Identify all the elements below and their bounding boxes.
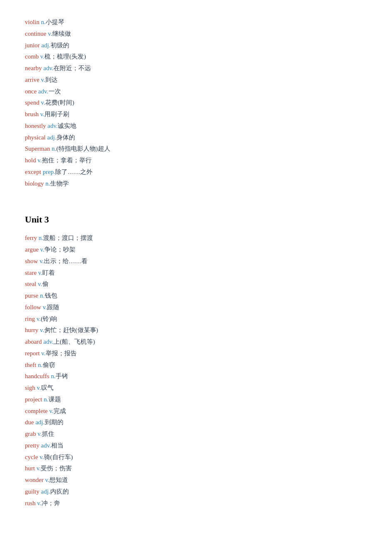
word: aboard <box>25 338 42 345</box>
unit3-heading: Unit 3 <box>25 214 367 225</box>
list-item: ferry n.渡船；渡口；摆渡 <box>25 232 367 244</box>
pos: v. <box>39 111 44 117</box>
definition: 课题 <box>49 396 61 403</box>
word: hurt <box>25 465 35 472</box>
word: except <box>25 169 41 175</box>
pos: n. <box>50 145 56 152</box>
word: arrive <box>25 76 39 83</box>
definition: 除了……之外 <box>55 169 93 175</box>
definition: 跟随 <box>47 304 59 311</box>
definition: 争论；吵架 <box>44 246 75 253</box>
definition: 抓住 <box>42 430 54 437</box>
definition: 偷窃 <box>43 362 55 368</box>
list-item: steal v.偷 <box>25 279 367 290</box>
word: stare <box>25 269 37 276</box>
list-item: junior adj.初级的 <box>25 40 367 51</box>
word: handcuffs <box>25 373 49 379</box>
pos: v. <box>39 99 45 106</box>
pos: v. <box>35 465 41 472</box>
list-item: argue v.争论；吵架 <box>25 244 367 256</box>
definition: 受伤；伤害 <box>41 465 72 472</box>
definition: 初级的 <box>51 42 69 49</box>
word: continue <box>25 30 46 37</box>
word: pretty <box>25 442 39 449</box>
pos: adv. <box>37 88 48 95</box>
definition: 骑(自行车) <box>44 454 73 460</box>
word: once <box>25 88 37 95</box>
pos: v. <box>41 304 47 311</box>
definition: (铃)响 <box>41 315 57 322</box>
word: biology <box>25 180 44 187</box>
word: follow <box>25 304 41 311</box>
pos: adj. <box>46 134 56 141</box>
definition: 举报；报告 <box>46 350 77 357</box>
list-item: grab v.抓住 <box>25 428 367 440</box>
definition: 小提琴 <box>46 19 64 25</box>
word: comb <box>25 53 39 60</box>
definition: 出示；给……看 <box>44 258 88 264</box>
word: cycle <box>25 454 38 460</box>
pos: n. <box>49 373 56 379</box>
definition: 完成 <box>54 408 66 414</box>
word: Superman <box>25 145 50 152</box>
word: junior <box>25 42 40 49</box>
definition: (特指电影人物)超人 <box>56 145 110 152</box>
definition: 诚实地 <box>58 122 76 129</box>
definition: 抱住；拿着；举行 <box>42 157 92 164</box>
definition: 上(船、飞机等) <box>54 338 95 345</box>
word: sigh <box>25 384 35 391</box>
unit3-vocab-list: ferry n.渡船；渡口；摆渡argue v.争论；吵架show v.出示；给… <box>25 232 367 509</box>
list-item: hurt v.受伤；伤害 <box>25 463 367 474</box>
definition: 继续做 <box>52 30 71 37</box>
list-item: stare v.盯着 <box>25 267 367 279</box>
pos: adv. <box>46 122 58 129</box>
pos: v. <box>36 430 42 437</box>
list-item: physical adj.身体的 <box>25 132 367 144</box>
pos: v. <box>37 281 42 287</box>
definition: 盯着 <box>42 269 55 276</box>
list-item: guilty adj.内疚的 <box>25 486 367 498</box>
word: complete <box>25 408 48 414</box>
list-item: ring v.(铃)响 <box>25 313 367 325</box>
pos: n. <box>37 235 43 241</box>
list-item: theft n.偷窃 <box>25 359 367 371</box>
word: ring <box>25 315 35 322</box>
list-item: except prep.除了……之外 <box>25 166 367 178</box>
definition: 想知道 <box>49 477 68 483</box>
definition: 在附近；不远 <box>54 65 91 71</box>
list-item: violin n.小提琴 <box>25 17 367 28</box>
list-item: complete v.完成 <box>25 406 367 417</box>
pos: v. <box>38 258 44 264</box>
list-item: pretty adv.相当 <box>25 440 367 452</box>
list-item: once adv.一次 <box>25 86 367 98</box>
pos: v. <box>35 315 41 322</box>
pos: v. <box>46 30 52 37</box>
pos: n. <box>39 19 46 25</box>
list-item: rush v.冲；奔 <box>25 498 367 509</box>
list-item: wonder v.想知道 <box>25 474 367 486</box>
word: argue <box>25 246 39 253</box>
word: hold <box>25 157 36 164</box>
pos: v. <box>38 454 44 460</box>
word: theft <box>25 362 37 368</box>
word: grab <box>25 430 36 437</box>
list-item: follow v.跟随 <box>25 302 367 313</box>
list-item: sigh v.叹气 <box>25 382 367 394</box>
definition: 手铐 <box>56 373 68 379</box>
list-item: due adj.到期的 <box>25 417 367 428</box>
pos: v. <box>35 384 41 391</box>
word: steal <box>25 281 37 287</box>
list-item: Superman n.(特指电影人物)超人 <box>25 143 367 155</box>
pos: adj. <box>39 488 50 495</box>
pos: v. <box>37 269 42 276</box>
pos: adv. <box>42 338 54 345</box>
definition: 用刷子刷 <box>44 111 69 117</box>
pos: n. <box>44 180 50 187</box>
pos: v. <box>39 53 44 60</box>
definition: 到达 <box>45 76 58 83</box>
list-item: cycle v.骑(自行车) <box>25 452 367 463</box>
definition: 偷 <box>42 281 49 287</box>
pos: n. <box>42 396 49 403</box>
list-item: honestly adv.诚实地 <box>25 120 367 132</box>
pos: v. <box>39 246 44 253</box>
